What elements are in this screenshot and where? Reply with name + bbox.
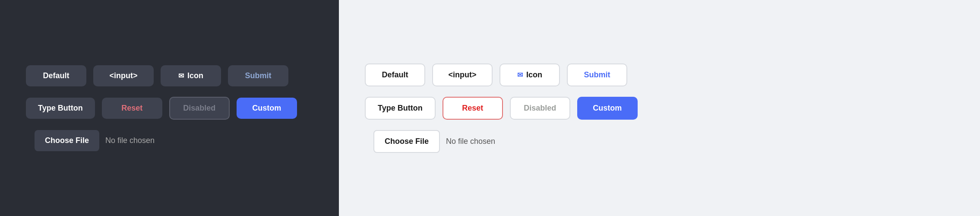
- dark-input-button[interactable]: <input>: [93, 65, 154, 86]
- light-panel: Default <input> ✉ Icon Submit Type Butto…: [339, 0, 980, 216]
- dark-submit-button[interactable]: Submit: [228, 65, 288, 86]
- dark-default-button[interactable]: Default: [26, 65, 86, 86]
- dark-no-file-text: No file chosen: [105, 136, 155, 145]
- light-icon-button[interactable]: ✉ Icon: [499, 64, 560, 86]
- dark-icon-button[interactable]: ✉ Icon: [161, 65, 221, 86]
- light-file-row: Choose File No file chosen: [365, 130, 495, 153]
- envelope-icon: ✉: [178, 72, 184, 80]
- dark-button-row-1: Default <input> ✉ Icon Submit: [26, 65, 288, 86]
- dark-panel: Default <input> ✉ Icon Submit Type Butto…: [0, 0, 339, 216]
- dark-custom-button[interactable]: Custom: [237, 98, 297, 119]
- dark-typebutton-button[interactable]: Type Button: [26, 98, 95, 119]
- light-button-row-2: Type Button Reset Disabled Custom: [365, 97, 638, 120]
- light-button-row-1: Default <input> ✉ Icon Submit: [365, 64, 627, 86]
- dark-disabled-button: Disabled: [169, 97, 230, 120]
- envelope-icon-light: ✉: [517, 71, 523, 79]
- light-submit-button[interactable]: Submit: [567, 64, 627, 86]
- light-typebutton-button[interactable]: Type Button: [365, 97, 436, 120]
- light-input-button[interactable]: <input>: [432, 64, 493, 86]
- light-reset-button[interactable]: Reset: [443, 97, 503, 120]
- light-no-file-text: No file chosen: [446, 137, 495, 146]
- light-default-button[interactable]: Default: [365, 64, 425, 86]
- dark-file-row: Choose File No file chosen: [26, 130, 155, 151]
- light-custom-button[interactable]: Custom: [577, 97, 638, 120]
- light-choose-file-button[interactable]: Choose File: [373, 130, 440, 153]
- light-disabled-button: Disabled: [510, 97, 570, 120]
- dark-button-row-2: Type Button Reset Disabled Custom: [26, 97, 297, 120]
- dark-reset-button[interactable]: Reset: [102, 98, 162, 119]
- dark-choose-file-button[interactable]: Choose File: [35, 130, 99, 151]
